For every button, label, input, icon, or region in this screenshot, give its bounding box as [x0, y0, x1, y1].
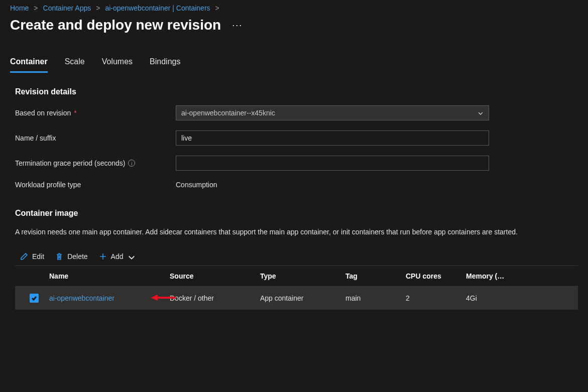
- based-on-revision-value: ai-openwebcontainer--x45knic: [181, 109, 275, 117]
- col-header-type[interactable]: Type: [260, 272, 345, 280]
- col-header-memory[interactable]: Memory (…: [466, 272, 526, 280]
- name-suffix-input[interactable]: [176, 130, 489, 146]
- breadcrumb-separator: >: [96, 4, 100, 12]
- cell-type: App container: [260, 294, 345, 302]
- chevron-down-icon: [128, 253, 134, 259]
- add-button-label: Add: [111, 252, 124, 260]
- info-icon[interactable]: i: [128, 160, 135, 167]
- revision-details-heading: Revision details: [15, 87, 578, 96]
- col-header-source[interactable]: Source: [170, 272, 260, 280]
- more-actions-button[interactable]: ···: [232, 20, 243, 31]
- breadcrumb-container-apps[interactable]: Container Apps: [43, 4, 91, 12]
- page-title: Create and deploy new revision: [10, 17, 221, 33]
- container-image-description: A revision needs one main app container.…: [15, 227, 567, 237]
- delete-button-label: Delete: [67, 252, 87, 260]
- label-workload-profile: Workload profile type: [15, 181, 81, 189]
- edit-icon: [20, 252, 28, 260]
- breadcrumb-separator: >: [215, 4, 219, 12]
- svg-marker-1: [151, 295, 158, 301]
- col-header-tag[interactable]: Tag: [345, 272, 406, 280]
- label-based-on-revision: Based on revision: [15, 109, 71, 117]
- check-icon: [31, 295, 37, 301]
- cell-tag: main: [345, 294, 406, 302]
- containers-table: Name Source Type Tag CPU cores Memory (……: [15, 266, 578, 310]
- tab-bindings[interactable]: Bindings: [150, 57, 180, 73]
- edit-button[interactable]: Edit: [20, 252, 44, 260]
- row-checkbox[interactable]: [30, 294, 39, 303]
- col-header-name[interactable]: Name: [49, 272, 170, 280]
- tab-scale[interactable]: Scale: [65, 57, 85, 73]
- delete-icon: [55, 252, 63, 260]
- tab-volumes[interactable]: Volumes: [102, 57, 133, 73]
- label-name-suffix: Name / suffix: [15, 134, 56, 142]
- container-name-link[interactable]: ai-openwebcontainer: [49, 294, 114, 302]
- breadcrumb-separator: >: [34, 4, 38, 12]
- container-toolbar: Edit Delete Add: [15, 249, 578, 266]
- label-termination-grace: Termination grace period (seconds): [15, 159, 125, 167]
- termination-grace-input[interactable]: [176, 156, 489, 171]
- chevron-down-icon: [478, 110, 484, 116]
- breadcrumb-container[interactable]: ai-openwebcontainer | Containers: [105, 4, 210, 12]
- workload-profile-value: Consumption: [176, 181, 217, 189]
- tab-container[interactable]: Container: [10, 57, 48, 73]
- based-on-revision-select[interactable]: ai-openwebcontainer--x45knic: [176, 105, 489, 120]
- cell-cpu: 2: [406, 294, 466, 302]
- annotation-arrow: [151, 293, 176, 304]
- tabs: Container Scale Volumes Bindings: [10, 57, 578, 73]
- table-row[interactable]: ai-openwebcontainer Docker / other App c…: [15, 287, 578, 310]
- delete-button[interactable]: Delete: [55, 252, 87, 260]
- breadcrumb: Home > Container Apps > ai-openwebcontai…: [10, 4, 578, 12]
- required-indicator: *: [74, 109, 76, 117]
- breadcrumb-home[interactable]: Home: [10, 4, 29, 12]
- table-header-row: Name Source Type Tag CPU cores Memory (…: [15, 266, 578, 287]
- cell-source: Docker / other: [170, 294, 260, 302]
- add-button[interactable]: Add: [99, 252, 134, 260]
- cell-memory: 4Gi: [466, 294, 526, 302]
- col-header-cpu[interactable]: CPU cores: [406, 272, 466, 280]
- edit-button-label: Edit: [32, 252, 44, 260]
- plus-icon: [99, 252, 107, 260]
- container-image-heading: Container image: [15, 209, 578, 218]
